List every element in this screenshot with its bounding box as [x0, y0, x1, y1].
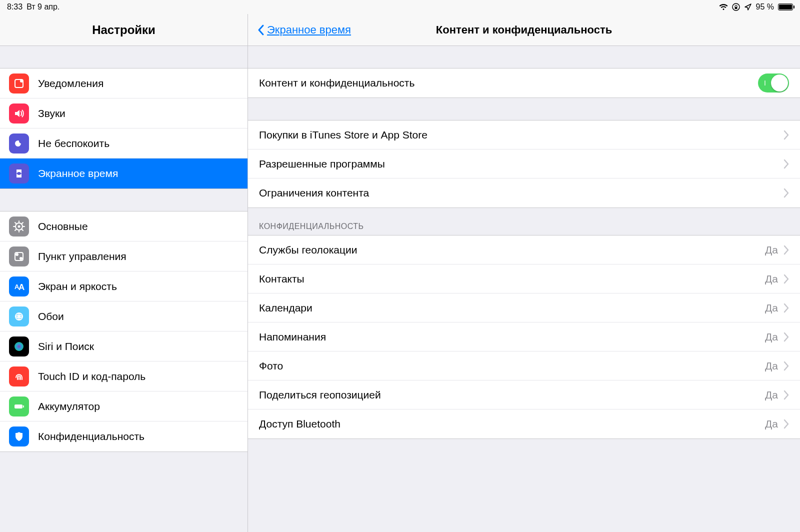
- cell-value: Да: [765, 273, 778, 285]
- settings-cell[interactable]: Доступ BluetoothДа: [248, 410, 800, 438]
- settings-cell[interactable]: Разрешенные программы: [248, 150, 800, 178]
- sidebar-item-label: Не беспокоить: [38, 138, 238, 150]
- cell-label: Ограничения контента: [259, 187, 783, 199]
- cell-value: Да: [765, 360, 778, 372]
- settings-cell[interactable]: Ограничения контента: [248, 178, 800, 208]
- cell-value: Да: [765, 418, 778, 430]
- chevron-right-icon: [783, 130, 789, 140]
- status-date: Вт 9 апр.: [26, 2, 60, 12]
- sidebar-item-label: Конфиденциальность: [38, 430, 238, 442]
- chevron-right-icon: [783, 188, 789, 198]
- cell-label: Доступ Bluetooth: [259, 418, 765, 430]
- sidebar-item-label: Звуки: [38, 108, 238, 120]
- sidebar-item-notifications[interactable]: Уведомления: [0, 68, 248, 98]
- cell-label: Напоминания: [259, 331, 765, 343]
- chevron-right-icon: [783, 159, 789, 169]
- svg-point-5: [18, 225, 20, 228]
- sidebar-item-screentime[interactable]: Экранное время: [0, 158, 248, 188]
- sidebar-item-privacy[interactable]: Конфиденциальность: [0, 422, 248, 452]
- detail-pane: Экранное время Контент и конфиденциально…: [248, 14, 800, 532]
- chevron-right-icon: [783, 303, 789, 313]
- cell-label: Разрешенные программы: [259, 158, 783, 170]
- privacy-section-header: КОНФИДЕНЦИАЛЬНОСТЬ: [248, 208, 800, 235]
- orientation-lock-icon: [732, 3, 740, 11]
- settings-cell[interactable]: КонтактыДа: [248, 264, 800, 294]
- general-icon: [9, 216, 29, 236]
- sidebar-item-siri[interactable]: Siri и Поиск: [0, 332, 248, 362]
- cell-label: Календари: [259, 302, 765, 314]
- detail-header: Экранное время Контент и конфиденциально…: [248, 14, 800, 46]
- sidebar-title: Настройки: [0, 14, 248, 46]
- sidebar-item-display[interactable]: AAЭкран и яркость: [0, 272, 248, 302]
- back-button[interactable]: Экранное время: [257, 24, 351, 36]
- sidebar-item-wallpaper[interactable]: Обои: [0, 302, 248, 332]
- svg-point-3: [20, 80, 23, 82]
- battery-percent: 95 %: [756, 2, 774, 12]
- touchid-icon: [9, 366, 29, 386]
- chevron-right-icon: [783, 419, 789, 429]
- svg-rect-1: [734, 7, 737, 9]
- chevron-right-icon: [783, 361, 789, 371]
- chevron-right-icon: [783, 274, 789, 284]
- svg-point-6: [16, 253, 18, 256]
- sidebar-item-label: Аккумулятор: [38, 400, 238, 412]
- sidebar-item-label: Основные: [38, 220, 238, 232]
- toggle-label: Контент и конфиденциальность: [259, 77, 758, 89]
- battery-icon: [9, 396, 29, 416]
- chevron-right-icon: [783, 390, 789, 400]
- sidebar-item-control[interactable]: Пункт управления: [0, 242, 248, 272]
- back-label: Экранное время: [267, 24, 351, 36]
- sidebar-item-label: Touch ID и код-пароль: [38, 370, 238, 382]
- status-time: 8:33: [7, 2, 22, 12]
- cell-label: Покупки в iTunes Store и App Store: [259, 129, 783, 141]
- toggle-switch[interactable]: I: [758, 74, 789, 92]
- settings-cell[interactable]: Поделиться геопозициейДа: [248, 380, 800, 410]
- sounds-icon: [9, 104, 29, 124]
- cell-label: Поделиться геопозицией: [259, 389, 765, 401]
- wallpaper-icon: [9, 306, 29, 326]
- svg-rect-15: [23, 406, 24, 408]
- settings-cell[interactable]: ФотоДа: [248, 352, 800, 380]
- siri-icon: [9, 336, 29, 356]
- cell-value: Да: [765, 244, 778, 256]
- privacy-icon: [9, 426, 29, 446]
- chevron-right-icon: [783, 245, 789, 255]
- svg-text:A: A: [18, 282, 24, 292]
- sidebar-item-label: Экран и яркость: [38, 280, 238, 292]
- settings-cell[interactable]: Покупки в iTunes Store и App Store: [248, 120, 800, 150]
- sidebar-item-dnd[interactable]: Не беспокоить: [0, 128, 248, 158]
- sidebar-item-battery[interactable]: Аккумулятор: [0, 392, 248, 422]
- sidebar-item-general[interactable]: Основные: [0, 212, 248, 242]
- location-icon: [744, 3, 752, 11]
- cell-value: Да: [765, 389, 778, 401]
- display-icon: AA: [9, 276, 29, 296]
- sidebar-item-sounds[interactable]: Звуки: [0, 98, 248, 128]
- cell-label: Фото: [259, 360, 765, 372]
- cell-label: Службы геолокации: [259, 244, 765, 256]
- sidebar-item-label: Экранное время: [38, 168, 238, 180]
- battery-icon: [778, 4, 793, 10]
- chevron-left-icon: [257, 24, 265, 36]
- svg-point-7: [20, 257, 22, 260]
- cell-label: Контакты: [259, 273, 765, 285]
- content-privacy-toggle-row[interactable]: Контент и конфиденциальность I: [248, 68, 800, 98]
- wifi-icon: [719, 4, 728, 10]
- sidebar-item-touchid[interactable]: Touch ID и код-пароль: [0, 362, 248, 392]
- settings-cell[interactable]: КалендариДа: [248, 294, 800, 322]
- settings-sidebar: Настройки УведомленияЗвукиНе беспокоитьЭ…: [0, 14, 248, 532]
- sidebar-item-label: Siri и Поиск: [38, 340, 238, 352]
- dnd-icon: [9, 134, 29, 154]
- page-title: Контент и конфиденциальность: [436, 24, 612, 36]
- cell-value: Да: [765, 331, 778, 343]
- status-bar: 8:33 Вт 9 апр. 95 %: [0, 0, 800, 14]
- svg-rect-14: [14, 404, 22, 408]
- notifications-icon: [9, 74, 29, 94]
- chevron-right-icon: [783, 332, 789, 342]
- sidebar-item-label: Пункт управления: [38, 250, 238, 262]
- cell-value: Да: [765, 302, 778, 314]
- settings-cell[interactable]: НапоминанияДа: [248, 322, 800, 352]
- settings-cell[interactable]: Службы геолокацииДа: [248, 236, 800, 264]
- svg-point-13: [14, 342, 24, 351]
- sidebar-item-label: Уведомления: [38, 78, 238, 90]
- sidebar-item-label: Обои: [38, 310, 238, 322]
